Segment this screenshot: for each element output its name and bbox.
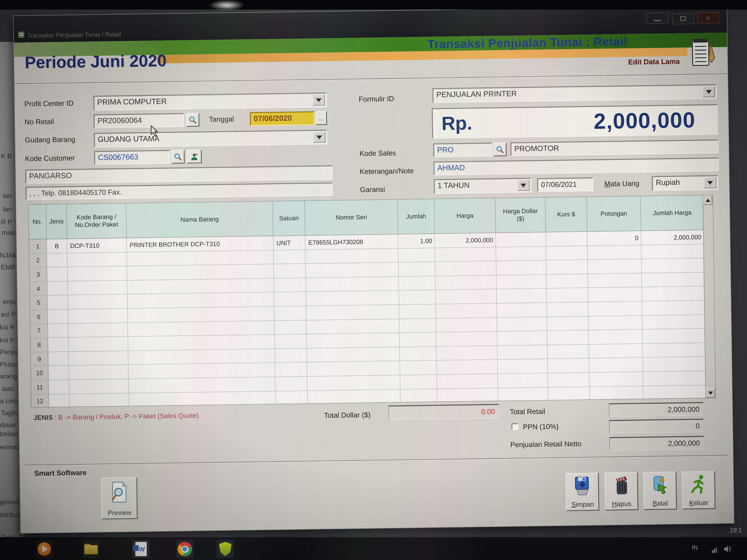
grid-cell[interactable] [274, 306, 307, 321]
grid-cell[interactable] [49, 380, 69, 394]
grid-cell[interactable] [275, 348, 307, 363]
scroll-up-button[interactable] [703, 195, 712, 205]
grid-cell[interactable] [274, 292, 306, 306]
grid-cell[interactable] [48, 324, 69, 338]
grid-cell[interactable] [546, 260, 588, 275]
grid-cell[interactable]: PRINTER BROTHER DCP-T310 [127, 236, 274, 252]
grid-cell[interactable] [129, 363, 276, 379]
grid-cell[interactable] [435, 247, 496, 262]
grid-cell[interactable] [276, 391, 308, 405]
search-retail-button[interactable] [186, 113, 200, 127]
grid-cell[interactable] [496, 246, 546, 261]
row-number-cell[interactable]: 5 [30, 296, 48, 310]
customer-code-input[interactable]: CS0067663 [94, 150, 171, 165]
grid-cell[interactable] [399, 276, 436, 291]
sales-name-field[interactable]: PROMOTOR [510, 139, 719, 156]
grid-cell[interactable] [69, 323, 128, 338]
batal-button[interactable]: Batal [643, 472, 677, 510]
grid-cell[interactable] [548, 387, 590, 401]
column-header[interactable]: Harga [434, 198, 496, 234]
grid-cell[interactable] [69, 337, 128, 352]
chevron-down-icon[interactable] [704, 177, 717, 188]
grid-cell[interactable] [399, 304, 436, 319]
grid-cell[interactable] [498, 373, 548, 388]
grid-cell[interactable] [497, 345, 548, 360]
grid-cell[interactable] [643, 385, 706, 400]
grid-cell[interactable] [642, 287, 705, 301]
chrome-icon[interactable] [176, 540, 194, 558]
items-grid[interactable]: No.JenisKode Barang / No.Order PaketNama… [28, 195, 716, 408]
grid-cell[interactable] [400, 361, 437, 375]
column-header[interactable]: Nomor Seri [305, 199, 398, 235]
column-header[interactable]: No. [29, 205, 47, 239]
scroll-down-button[interactable] [706, 388, 715, 398]
preview-button[interactable]: Preview [101, 477, 138, 519]
grid-cell[interactable] [48, 338, 69, 352]
grid-cell[interactable] [48, 295, 68, 310]
grid-cell[interactable] [128, 293, 274, 309]
grid-cell[interactable] [69, 393, 129, 408]
grid-cell[interactable]: UNIT [274, 236, 306, 250]
minimize-button[interactable] [646, 12, 668, 24]
grid-cell[interactable] [547, 330, 589, 345]
column-header[interactable]: Jumlah Harga [641, 195, 704, 231]
profit-center-select[interactable]: PRIMA COMPUTER [93, 92, 327, 111]
grid-cell[interactable] [49, 394, 70, 408]
notepad-icon[interactable] [687, 36, 718, 69]
grid-cell[interactable]: 1.00 [398, 234, 435, 248]
grid-cell[interactable] [48, 310, 69, 324]
garansi-select[interactable]: 1 TAHUN [434, 178, 532, 194]
grid-cell[interactable] [588, 287, 642, 302]
column-header[interactable]: Kode Barang / No.Order Paket [67, 203, 127, 239]
grid-cell[interactable] [436, 318, 497, 332]
grid-cell[interactable] [641, 244, 704, 259]
grid-cell[interactable] [128, 306, 275, 323]
grid-cell[interactable] [306, 263, 399, 278]
grid-cell[interactable] [588, 273, 642, 288]
speaker-icon[interactable] [723, 545, 732, 553]
grid-cell[interactable] [69, 379, 129, 394]
row-number-cell[interactable]: 1 [29, 239, 47, 254]
close-button[interactable]: × [697, 12, 719, 24]
grid-cell[interactable] [643, 357, 706, 372]
grid-cell[interactable] [437, 346, 498, 361]
grid-cell[interactable] [589, 358, 643, 373]
grid-cell[interactable] [437, 388, 498, 403]
grid-cell[interactable]: 2,000,000 [641, 230, 704, 245]
shield-icon[interactable] [217, 540, 234, 558]
grid-cell[interactable] [589, 330, 643, 345]
maximize-button[interactable] [672, 13, 694, 24]
grid-cell[interactable] [546, 246, 588, 261]
grid-cell[interactable] [589, 316, 643, 330]
row-number-cell[interactable]: 6 [30, 310, 48, 324]
hapus-button[interactable]: Hapus [604, 472, 639, 511]
grid-cell[interactable]: 2,000,000 [435, 233, 496, 248]
grid-cell[interactable] [398, 248, 435, 263]
grid-cell[interactable] [67, 252, 127, 267]
grid-cell[interactable] [437, 374, 498, 389]
column-header[interactable]: Harga Dollar ($) [495, 197, 546, 233]
grid-cell[interactable] [68, 266, 127, 281]
grid-cell[interactable] [401, 389, 437, 403]
taskbar[interactable]: W IN [0, 537, 747, 560]
grid-cell[interactable] [127, 264, 274, 281]
grid-cell[interactable] [306, 305, 400, 320]
row-number-cell[interactable]: 8 [30, 338, 48, 352]
grid-cell[interactable] [308, 390, 401, 405]
garansi-until-field[interactable]: 07/06/2021 [537, 177, 593, 192]
grid-cell[interactable] [547, 274, 588, 289]
grid-cell[interactable] [68, 295, 128, 310]
column-header[interactable]: Jumlah [398, 199, 435, 234]
grid-cell[interactable] [437, 360, 498, 375]
grid-cell[interactable] [643, 329, 705, 344]
grid-cell[interactable] [496, 275, 547, 289]
no-retail-input[interactable]: PR20060064 [94, 113, 184, 128]
grid-cell[interactable] [47, 267, 68, 282]
grid-cell[interactable] [400, 332, 437, 347]
grid-cell[interactable]: E78655LGH730208 [305, 234, 398, 250]
row-number-cell[interactable]: 4 [30, 282, 47, 296]
ppn-checkbox[interactable] [511, 423, 518, 430]
column-header[interactable]: Kurs $ [545, 197, 587, 232]
grid-cell[interactable] [588, 259, 642, 274]
grid-cell[interactable] [127, 278, 274, 295]
